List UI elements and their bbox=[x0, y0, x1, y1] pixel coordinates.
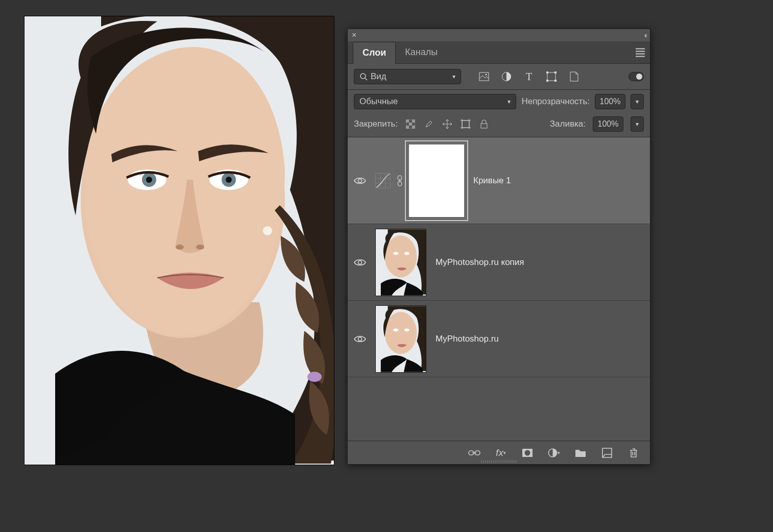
svg-point-6 bbox=[146, 177, 152, 183]
panel-menu-icon[interactable] bbox=[636, 48, 645, 57]
layers-bottom-bar: fx▾ ▾ bbox=[348, 441, 650, 464]
close-icon[interactable]: × bbox=[352, 31, 356, 40]
svg-rect-25 bbox=[409, 123, 412, 126]
svg-rect-23 bbox=[406, 119, 409, 123]
layer-filter-row: Вид ▾ T bbox=[348, 64, 650, 90]
chevron-down-icon: ▾ bbox=[636, 120, 639, 128]
svg-rect-24 bbox=[412, 119, 415, 123]
link-layers-icon[interactable] bbox=[468, 447, 480, 459]
tab-label: Каналы bbox=[405, 47, 438, 58]
collapse-icon[interactable]: ‹‹ bbox=[644, 31, 646, 39]
fx-icon[interactable]: fx▾ bbox=[495, 447, 507, 459]
curves-adjustment-icon bbox=[375, 173, 391, 188]
fill-value[interactable]: 100% bbox=[593, 116, 623, 132]
layers-panel: × ‹‹ Слои Каналы Вид ▾ T Обычные ▾ Непро bbox=[347, 29, 650, 465]
opacity-value[interactable]: 100% bbox=[595, 94, 625, 109]
new-group-icon[interactable] bbox=[574, 447, 587, 459]
svg-point-12 bbox=[360, 74, 366, 79]
filter-toggle[interactable] bbox=[629, 72, 644, 81]
svg-point-50 bbox=[393, 328, 398, 331]
lock-all-icon[interactable] bbox=[478, 118, 490, 130]
svg-point-10 bbox=[263, 226, 272, 235]
filter-shape-icon[interactable] bbox=[546, 71, 557, 82]
layer-mask-thumbnail[interactable] bbox=[409, 144, 464, 217]
layer-name[interactable]: MyPhotoshop.ru bbox=[436, 334, 499, 344]
opacity-label: Непрозрачность: bbox=[521, 96, 590, 107]
layer-thumbnail[interactable] bbox=[375, 229, 426, 296]
document-canvas[interactable] bbox=[25, 16, 334, 465]
resize-grip[interactable] bbox=[481, 460, 517, 463]
svg-point-7 bbox=[226, 177, 232, 183]
svg-rect-28 bbox=[462, 120, 469, 128]
svg-point-8 bbox=[176, 245, 184, 250]
filter-image-icon[interactable] bbox=[478, 71, 490, 82]
lock-brush-icon[interactable] bbox=[423, 118, 434, 130]
chevron-down-icon: ▾ bbox=[452, 73, 455, 80]
blend-opacity-row: Обычные ▾ Непрозрачность: 100% ▾ bbox=[348, 90, 650, 113]
filter-adjustment-icon[interactable] bbox=[501, 71, 512, 82]
visibility-toggle[interactable] bbox=[348, 335, 372, 343]
eye-icon bbox=[354, 335, 366, 343]
blend-mode-select[interactable]: Обычные ▾ bbox=[354, 94, 516, 109]
svg-point-51 bbox=[404, 328, 409, 331]
lock-label: Закрепить: bbox=[354, 119, 398, 129]
svg-rect-14 bbox=[479, 72, 489, 81]
filter-kind-label: Вид bbox=[371, 71, 386, 82]
svg-point-44 bbox=[385, 235, 417, 277]
layer-row[interactable]: MyPhotoshop.ru копия bbox=[348, 224, 650, 301]
svg-point-56 bbox=[525, 450, 530, 455]
new-layer-icon[interactable] bbox=[601, 447, 613, 459]
fill-label: Заливка: bbox=[550, 119, 586, 129]
svg-point-45 bbox=[393, 252, 398, 255]
svg-point-11 bbox=[307, 372, 322, 382]
filter-smartobject-icon[interactable] bbox=[568, 71, 579, 82]
svg-point-49 bbox=[385, 312, 417, 354]
svg-rect-17 bbox=[547, 72, 555, 81]
opacity-chevron[interactable]: ▾ bbox=[631, 94, 644, 109]
lock-transparency-icon[interactable] bbox=[405, 118, 416, 130]
visibility-toggle[interactable] bbox=[348, 177, 372, 185]
svg-rect-21 bbox=[554, 80, 557, 82]
svg-point-15 bbox=[485, 74, 487, 75]
panel-tabs: Слои Каналы bbox=[348, 41, 650, 64]
lock-artboard-icon[interactable] bbox=[460, 118, 471, 130]
svg-line-13 bbox=[365, 78, 367, 80]
svg-point-34 bbox=[358, 179, 362, 182]
fill-chevron[interactable]: ▾ bbox=[631, 116, 644, 132]
filter-type-icon[interactable]: T bbox=[523, 71, 535, 82]
lock-move-icon[interactable] bbox=[442, 118, 453, 130]
add-mask-icon[interactable] bbox=[521, 447, 534, 459]
layer-name[interactable]: MyPhotoshop.ru копия bbox=[436, 257, 524, 268]
tab-label: Слои bbox=[363, 47, 386, 58]
layer-row[interactable]: MyPhotoshop.ru bbox=[348, 301, 650, 377]
chevron-down-icon: ▾ bbox=[508, 98, 511, 105]
svg-rect-19 bbox=[554, 71, 557, 74]
lock-fill-row: Закрепить: Заливка: 100% ▾ bbox=[348, 113, 650, 137]
svg-point-46 bbox=[404, 252, 409, 255]
visibility-toggle[interactable] bbox=[348, 258, 372, 267]
svg-point-47 bbox=[358, 337, 362, 341]
tab-channels[interactable]: Каналы bbox=[396, 41, 447, 63]
panel-titlebar: × ‹‹ bbox=[348, 29, 650, 41]
layer-thumbnail[interactable] bbox=[375, 305, 426, 373]
search-icon bbox=[359, 72, 368, 81]
new-adjustment-icon[interactable]: ▾ bbox=[548, 447, 560, 459]
tab-layers[interactable]: Слои bbox=[353, 42, 396, 64]
svg-rect-20 bbox=[546, 80, 548, 82]
link-icon bbox=[396, 175, 404, 186]
svg-rect-33 bbox=[481, 124, 487, 128]
layer-name[interactable]: Кривые 1 bbox=[473, 176, 511, 186]
svg-point-42 bbox=[358, 260, 362, 264]
svg-point-9 bbox=[196, 245, 204, 250]
svg-rect-27 bbox=[412, 126, 415, 129]
eye-icon bbox=[354, 177, 366, 185]
portrait-image bbox=[25, 16, 334, 465]
layer-row[interactable]: Кривые 1 bbox=[348, 137, 650, 224]
filter-kind-select[interactable]: Вид ▾ bbox=[354, 69, 461, 84]
eye-icon bbox=[354, 258, 366, 267]
svg-rect-26 bbox=[406, 126, 409, 129]
layer-list: Кривые 1 MyPhotoshop.ru копия bbox=[348, 137, 650, 441]
chevron-down-icon: ▾ bbox=[636, 98, 639, 105]
delete-layer-icon[interactable] bbox=[627, 447, 640, 459]
blend-mode-value: Обычные bbox=[359, 96, 398, 107]
